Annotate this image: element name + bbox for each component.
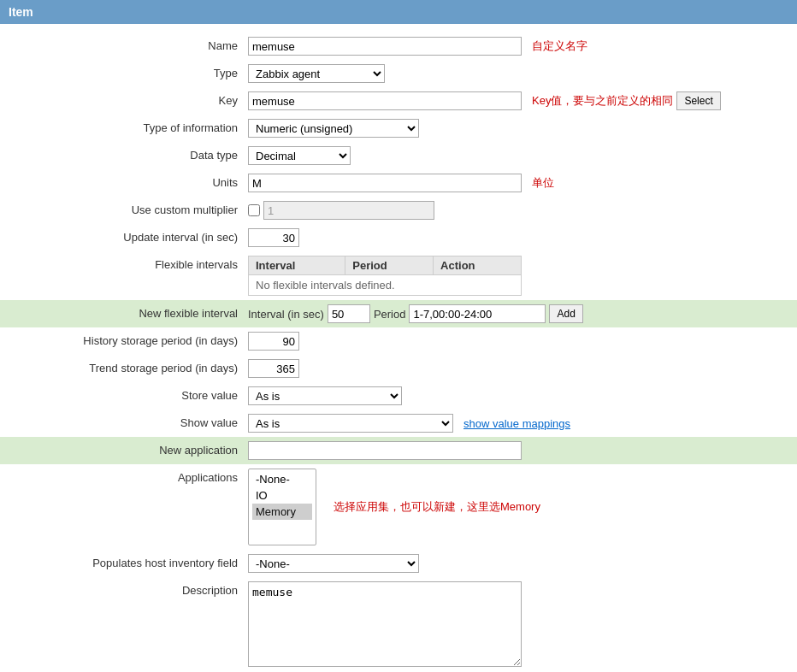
update-interval-control	[248, 228, 788, 247]
populates-host-control: -None-	[248, 554, 788, 573]
show-value-control: As is show value mappings	[248, 414, 788, 433]
new-application-control	[248, 441, 788, 460]
period-label: Period	[374, 308, 406, 321]
show-value-label: Show value	[9, 414, 248, 429]
data-type-control: Decimal Octal Hexadecimal Boolean	[248, 146, 788, 165]
units-annotation: 单位	[532, 175, 554, 191]
new-flexible-interval-label: New flexible interval	[9, 304, 248, 320]
units-control: 单位	[248, 174, 788, 192]
applications-label: Applications	[9, 469, 248, 484]
name-label: Name	[9, 37, 248, 52]
show-value-row: Show value As is show value mappings	[0, 410, 797, 437]
applications-option-io[interactable]: IO	[252, 487, 312, 504]
table-header-period: Period	[345, 256, 434, 275]
update-interval-input[interactable]	[248, 228, 299, 247]
show-value-select[interactable]: As is	[248, 414, 453, 433]
interval-in-sec-input[interactable]	[328, 304, 370, 323]
select-button[interactable]: Select	[676, 91, 720, 110]
custom-multiplier-checkbox[interactable]	[248, 204, 260, 216]
type-select[interactable]: Zabbix agent Zabbix agent (active) Simpl…	[248, 64, 385, 83]
history-storage-label: History storage period (in days)	[9, 332, 248, 347]
flexible-intervals-table: Interval Period Action No flexible inter…	[248, 256, 522, 296]
period-input[interactable]	[409, 304, 546, 323]
name-annotation: 自定义名字	[532, 38, 587, 54]
show-value-mappings-link[interactable]: show value mappings	[463, 417, 570, 430]
applications-option-none[interactable]: -None-	[252, 471, 312, 487]
type-of-information-label: Type of information	[9, 119, 248, 134]
description-label: Description	[9, 581, 248, 597]
type-row: Type Zabbix agent Zabbix agent (active) …	[0, 60, 797, 87]
trend-storage-control	[248, 359, 788, 378]
key-row: Key Key值，要与之前定义的相同 Select	[0, 87, 797, 115]
type-control: Zabbix agent Zabbix agent (active) Simpl…	[248, 64, 788, 83]
description-row: Description memuse 描述	[0, 577, 797, 672]
history-storage-control	[248, 332, 788, 351]
table-empty-row: No flexible intervals defined.	[249, 275, 522, 296]
item-form: Name 自定义名字 Type Zabbix agent Zabbix agen…	[0, 24, 797, 672]
trend-storage-row: Trend storage period (in days)	[0, 355, 797, 382]
type-label: Type	[9, 64, 248, 80]
flexible-intervals-row: Flexible intervals Interval Period Actio…	[0, 251, 797, 300]
populates-host-label: Populates host inventory field	[9, 554, 248, 569]
custom-multiplier-control	[248, 201, 788, 220]
key-label: Key	[9, 91, 248, 107]
units-row: Units 单位	[0, 169, 797, 197]
host-inventory-select[interactable]: -None-	[248, 554, 419, 573]
flexible-intervals-label: Flexible intervals	[9, 256, 248, 271]
history-input[interactable]	[248, 332, 299, 351]
store-value-row: Store value As is Delta (speed per secon…	[0, 382, 797, 410]
new-flexible-interval-row: New flexible interval Interval (in sec) …	[0, 300, 797, 327]
page-title: Item	[9, 5, 33, 19]
add-button[interactable]: Add	[549, 304, 582, 323]
applications-annotation: 选择应用集，也可以新建，这里选Memory	[334, 499, 540, 515]
applications-list[interactable]: -None- IO Memory	[248, 469, 316, 545]
new-flexible-interval-control: Interval (in sec) Period Add	[248, 304, 788, 323]
table-header-interval: Interval	[249, 256, 345, 275]
key-control: Key值，要与之前定义的相同 Select	[248, 91, 788, 110]
data-type-select[interactable]: Decimal Octal Hexadecimal Boolean	[248, 146, 351, 165]
history-storage-row: History storage period (in days)	[0, 327, 797, 355]
update-interval-label: Update interval (in sec)	[9, 228, 248, 244]
data-type-row: Data type Decimal Octal Hexadecimal Bool…	[0, 142, 797, 169]
store-value-control: As is Delta (speed per second) Delta (si…	[248, 386, 788, 405]
type-of-information-control: Numeric (unsigned) Numeric (float) Chara…	[248, 119, 788, 138]
custom-multiplier-row: Use custom multiplier	[0, 197, 797, 224]
trend-input[interactable]	[248, 359, 299, 378]
key-annotation: Key值，要与之前定义的相同	[532, 93, 673, 109]
applications-row: Applications -None- IO Memory 选择应用集，也可以新…	[0, 464, 797, 550]
units-label: Units	[9, 174, 248, 189]
description-control: memuse 描述	[248, 581, 788, 672]
description-textarea[interactable]: memuse	[248, 581, 522, 667]
type-of-information-row: Type of information Numeric (unsigned) N…	[0, 115, 797, 142]
update-interval-row: Update interval (in sec)	[0, 224, 797, 251]
key-input[interactable]	[248, 91, 522, 110]
page-header: Item	[0, 0, 797, 24]
trend-storage-label: Trend storage period (in days)	[9, 359, 248, 374]
units-input[interactable]	[248, 174, 522, 192]
table-header-action: Action	[434, 256, 522, 275]
new-application-label: New application	[9, 441, 248, 457]
name-control: 自定义名字	[248, 37, 788, 56]
table-empty-text: No flexible intervals defined.	[249, 275, 522, 296]
store-value-select[interactable]: As is Delta (speed per second) Delta (si…	[248, 386, 402, 405]
applications-option-memory[interactable]: Memory	[252, 504, 312, 520]
data-type-label: Data type	[9, 146, 248, 162]
multiplier-input[interactable]	[263, 201, 434, 220]
new-application-row: New application	[0, 437, 797, 464]
flexible-intervals-control: Interval Period Action No flexible inter…	[248, 256, 788, 296]
new-application-input[interactable]	[248, 441, 522, 460]
store-value-label: Store value	[9, 386, 248, 402]
type-of-information-select[interactable]: Numeric (unsigned) Numeric (float) Chara…	[248, 119, 419, 138]
interval-in-sec-label: Interval (in sec)	[248, 308, 324, 321]
name-input[interactable]	[248, 37, 522, 56]
populates-host-row: Populates host inventory field -None-	[0, 550, 797, 577]
custom-multiplier-label: Use custom multiplier	[9, 201, 248, 216]
name-row: Name 自定义名字	[0, 32, 797, 60]
applications-control: -None- IO Memory 选择应用集，也可以新建，这里选Memory	[248, 469, 788, 545]
